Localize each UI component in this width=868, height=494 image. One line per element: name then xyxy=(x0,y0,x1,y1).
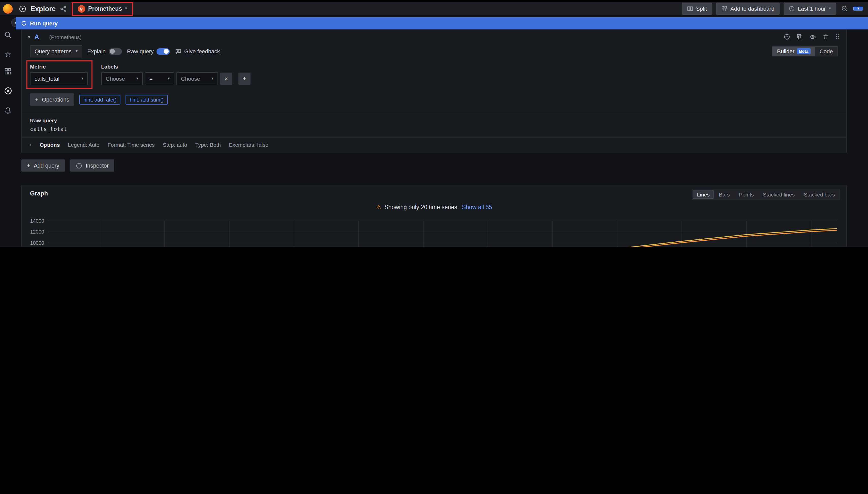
remove-label-filter-button[interactable]: × xyxy=(220,73,232,85)
time-series-chart[interactable]: 0200040006000800010000120001400023:2523:… xyxy=(28,217,841,247)
metric-label: Metric xyxy=(30,63,88,70)
graph-style-switcher: LinesBarsPointsStacked linesStacked bars xyxy=(692,189,840,200)
label-value-select[interactable]: Choose ▾ xyxy=(176,72,218,85)
warning-triangle-icon: ⚠ xyxy=(376,204,381,211)
options-step: Step: auto xyxy=(163,141,187,148)
svg-text:10000: 10000 xyxy=(30,240,44,246)
query-editor-panel: ▾ A (Prometheus) ? xyxy=(21,29,847,153)
options-exemplars: Exemplars: false xyxy=(229,141,268,148)
split-button[interactable]: Split xyxy=(682,2,712,15)
raw-query-preview: Raw query calls_total xyxy=(22,113,846,138)
chevron-right-icon: › xyxy=(30,142,32,147)
alerting-bell-icon[interactable] xyxy=(4,107,12,116)
plus-icon: + xyxy=(27,163,30,169)
chevron-down-icon: ▾ xyxy=(76,49,78,53)
collapse-chevron-icon[interactable]: ▾ xyxy=(28,34,30,39)
metric-select[interactable]: calls_total ▾ xyxy=(30,72,88,85)
grafana-explore-page: Explore Prometheus ▾ xyxy=(0,0,868,247)
options-row[interactable]: › Options Legend: Auto Format: Time seri… xyxy=(22,138,846,153)
split-icon xyxy=(687,5,693,12)
svg-text:12000: 12000 xyxy=(30,229,44,234)
add-query-button[interactable]: + Add query xyxy=(21,159,65,172)
add-to-dashboard-button[interactable]: Add to dashboard xyxy=(716,2,780,15)
graph-mode-lines[interactable]: Lines xyxy=(693,190,714,199)
clock-icon xyxy=(789,5,795,12)
options-title: Options xyxy=(40,141,60,148)
query-datasource-hint: (Prometheus) xyxy=(49,34,82,40)
query-help-icon[interactable]: ? xyxy=(784,34,790,40)
datasource-picker[interactable]: Prometheus ▾ xyxy=(73,3,131,14)
graph-panel: Graph LinesBarsPointsStacked linesStacke… xyxy=(21,185,847,247)
drag-handle-icon[interactable]: ⠿ xyxy=(835,33,840,40)
plus-icon: + xyxy=(35,96,38,102)
prometheus-icon xyxy=(77,5,85,13)
time-range-picker[interactable]: Last 1 hour ▾ xyxy=(784,2,836,15)
main-content: ▾ A (Prometheus) ? xyxy=(16,15,868,247)
run-query-dropdown[interactable]: ▾ xyxy=(853,6,863,11)
info-circle-icon xyxy=(75,162,82,169)
chevron-down-icon: ▾ xyxy=(829,6,831,11)
run-query-button[interactable]: Run query ▾ xyxy=(853,6,863,11)
hide-query-eye-icon[interactable] xyxy=(809,33,816,40)
top-black-strip xyxy=(0,0,868,2)
remove-query-trash-icon[interactable] xyxy=(822,34,829,40)
page-title: Explore xyxy=(31,5,56,13)
chevron-down-icon: ▾ xyxy=(212,77,214,81)
add-operation-button[interactable]: + Operations xyxy=(30,93,74,106)
starred-icon[interactable]: ☆ xyxy=(4,50,12,58)
raw-query-label: Raw query xyxy=(127,48,154,54)
options-type: Type: Both xyxy=(195,141,220,148)
comment-icon xyxy=(175,48,182,55)
query-patterns-dropdown[interactable]: Query patterns ▾ xyxy=(30,45,82,57)
compass-icon xyxy=(19,5,26,13)
dashboard-grid-icon xyxy=(721,5,727,12)
graph-panel-title: Graph xyxy=(30,190,48,197)
zoom-out-icon xyxy=(841,5,848,12)
chevron-down-icon: ▾ xyxy=(125,6,127,11)
graph-mode-stacked-bars[interactable]: Stacked bars xyxy=(800,190,839,199)
builder-code-switch: Builder Beta Code xyxy=(772,46,838,56)
series-limit-warning: ⚠ Showing only 20 time series. Show all … xyxy=(22,204,846,211)
top-navbar: Explore Prometheus ▾ xyxy=(0,2,868,16)
explore-compass-icon[interactable] xyxy=(4,87,12,97)
labels-label: Labels xyxy=(101,63,251,70)
share-icon[interactable] xyxy=(60,5,66,12)
graph-mode-bars[interactable]: Bars xyxy=(715,190,734,199)
code-mode-button[interactable]: Code xyxy=(815,47,837,56)
chevron-down-icon: ▾ xyxy=(168,77,170,81)
hint-add-sum-link[interactable]: hint: add sum() xyxy=(126,95,168,104)
duplicate-query-icon[interactable] xyxy=(796,34,803,40)
label-operator-select[interactable]: = ▾ xyxy=(145,72,174,85)
explain-toggle[interactable] xyxy=(109,48,122,55)
inspector-button[interactable]: Inspector xyxy=(70,159,114,172)
query-ref-id[interactable]: A xyxy=(34,33,39,41)
grafana-logo-icon[interactable] xyxy=(3,4,13,14)
raw-query-label: Raw query xyxy=(30,117,838,124)
metric-field-group: Metric calls_total ▾ xyxy=(30,63,88,85)
give-feedback-link[interactable]: Give feedback xyxy=(175,48,220,55)
search-icon[interactable] xyxy=(4,31,12,41)
options-format: Format: Time series xyxy=(108,141,155,148)
chevron-down-icon: ▾ xyxy=(81,77,83,81)
chevron-down-icon: ▾ xyxy=(136,77,138,81)
svg-text:14000: 14000 xyxy=(30,218,44,224)
apps-grid-icon[interactable] xyxy=(4,68,12,77)
raw-query-toggle[interactable] xyxy=(157,48,170,55)
datasource-name: Prometheus xyxy=(88,5,122,12)
explain-label: Explain xyxy=(87,48,106,54)
graph-mode-stacked-lines[interactable]: Stacked lines xyxy=(759,190,799,199)
raw-query-value: calls_total xyxy=(30,126,838,133)
label-name-select[interactable]: Choose ▾ xyxy=(101,72,143,85)
add-label-filter-button[interactable]: + xyxy=(238,73,251,85)
options-legend: Legend: Auto xyxy=(68,141,100,148)
hint-add-rate-link[interactable]: hint: add rate() xyxy=(79,95,121,104)
show-all-series-link[interactable]: Show all 55 xyxy=(462,204,492,210)
beta-badge: Beta xyxy=(797,48,811,54)
zoom-out-button[interactable] xyxy=(840,3,849,14)
svg-text:?: ? xyxy=(786,35,788,39)
left-sidebar: › ☆ xyxy=(0,15,16,247)
graph-mode-points[interactable]: Points xyxy=(735,190,758,199)
labels-field-group: Labels Choose ▾ = ▾ Choose ▾ xyxy=(101,63,251,85)
builder-mode-button[interactable]: Builder Beta xyxy=(773,47,815,56)
